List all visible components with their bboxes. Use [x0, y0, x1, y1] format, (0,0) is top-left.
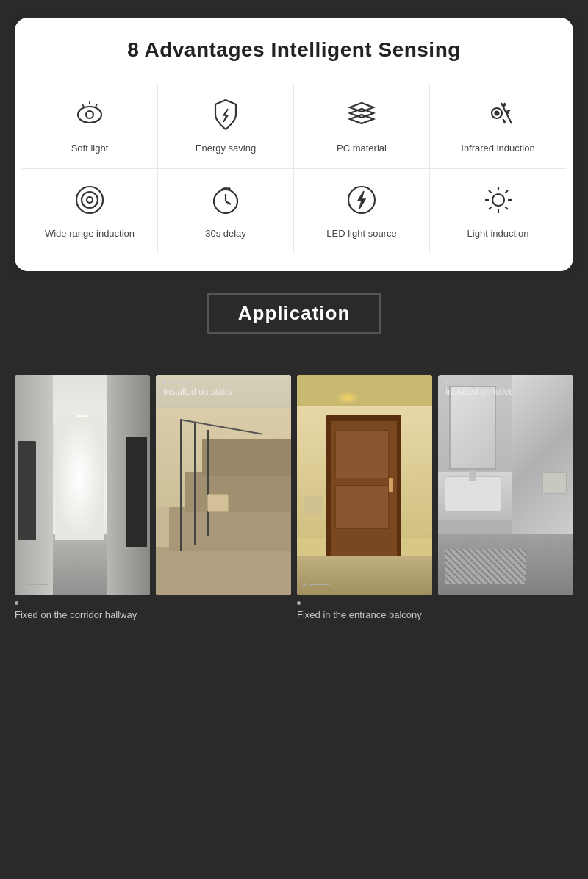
entrance-inner-dot — [303, 583, 330, 586]
corridor-label-dot — [15, 601, 150, 605]
svg-line-27 — [505, 207, 508, 209]
photo-toilet: Installed on toilet — [438, 375, 573, 595]
svg-point-14 — [76, 187, 103, 213]
light-induction-label: Light induction — [467, 228, 529, 240]
svg-point-0 — [78, 107, 101, 123]
advantages-title: 8 Advantages Intelligent Sensing — [22, 38, 566, 62]
svg-line-26 — [489, 190, 492, 193]
stairs-bottom-spacer — [156, 601, 291, 628]
photo-stairs-col: Installed on stairs — [156, 375, 291, 628]
feature-light-induction: Light induction — [430, 169, 566, 254]
lightning-shield-icon — [205, 94, 246, 135]
features-grid: Soft light Energy saving PC material — [22, 84, 566, 254]
soft-light-label: Soft light — [71, 143, 109, 155]
svg-line-19 — [226, 201, 231, 204]
rings-icon — [69, 179, 110, 220]
entrance-label-dot — [297, 601, 432, 605]
entrance-bottom-label: Fixed in the entrance balcony — [297, 601, 432, 623]
photo-entrance-col: Fixed in the entrance balcony — [297, 375, 432, 628]
infrared-induction-label: Infrared induction — [461, 143, 534, 155]
svg-point-1 — [86, 111, 93, 118]
eye-icon — [69, 94, 110, 135]
application-title: Application — [238, 302, 351, 325]
toilet-bottom-spacer — [438, 601, 573, 628]
feature-infrared-induction: Infrared induction — [430, 84, 566, 169]
toilet-dot-dash — [444, 381, 567, 384]
svg-point-15 — [82, 192, 98, 208]
photo-grid: Fixed on the corridor hallway — [15, 375, 573, 628]
infrared-icon — [478, 94, 519, 135]
toilet-label-text: Installed on toilet — [444, 387, 567, 397]
photo-stairs: Installed on stairs — [156, 375, 291, 595]
feature-soft-light: Soft light — [22, 84, 158, 169]
corridor-dot-dash — [21, 583, 48, 586]
svg-line-4 — [96, 104, 97, 107]
svg-line-3 — [82, 104, 84, 107]
application-section: Application — [0, 293, 588, 650]
svg-point-6 — [495, 112, 498, 115]
advantages-card: 8 Advantages Intelligent Sensing Soft li… — [15, 18, 573, 271]
sun-icon — [478, 179, 519, 220]
stairs-top-label: Installed on stairs — [156, 381, 291, 397]
wide-range-label: Wide range induction — [45, 228, 135, 240]
feature-wide-range: Wide range induction — [22, 169, 158, 254]
feature-pc-material: PC material — [294, 84, 430, 169]
svg-point-21 — [492, 194, 504, 206]
feature-led-light: LED light source — [294, 169, 430, 254]
pc-material-label: PC material — [337, 143, 387, 155]
photo-corridor-col: Fixed on the corridor hallway — [15, 375, 150, 628]
feature-energy-saving: Energy saving — [158, 84, 294, 169]
corridor-label-text: Fixed on the corridor hallway — [15, 608, 150, 623]
toilet-top-label: Installed on toilet — [438, 381, 573, 397]
entrance-label-text: Fixed in the entrance balcony — [297, 608, 432, 623]
svg-line-29 — [489, 207, 492, 209]
photo-corridor — [15, 375, 150, 595]
feature-30s-delay: 30s delay — [158, 169, 294, 254]
30s-delay-label: 30s delay — [205, 228, 246, 240]
led-light-label: LED light source — [326, 228, 396, 240]
application-title-box: Application — [207, 293, 381, 334]
energy-saving-label: Energy saving — [196, 143, 256, 155]
svg-line-11 — [506, 110, 510, 112]
bolt-circle-icon — [341, 179, 382, 220]
svg-point-16 — [87, 197, 93, 203]
clock-icon — [205, 179, 246, 220]
svg-line-28 — [505, 190, 508, 193]
corridor-bottom-label: Fixed on the corridor hallway — [15, 601, 150, 623]
photo-toilet-col: Installed on toilet — [438, 375, 573, 628]
stairs-label-text: Installed on stairs — [162, 387, 285, 397]
stairs-dot-dash — [162, 381, 285, 384]
photo-entrance — [297, 375, 432, 595]
layers-icon — [341, 94, 382, 135]
